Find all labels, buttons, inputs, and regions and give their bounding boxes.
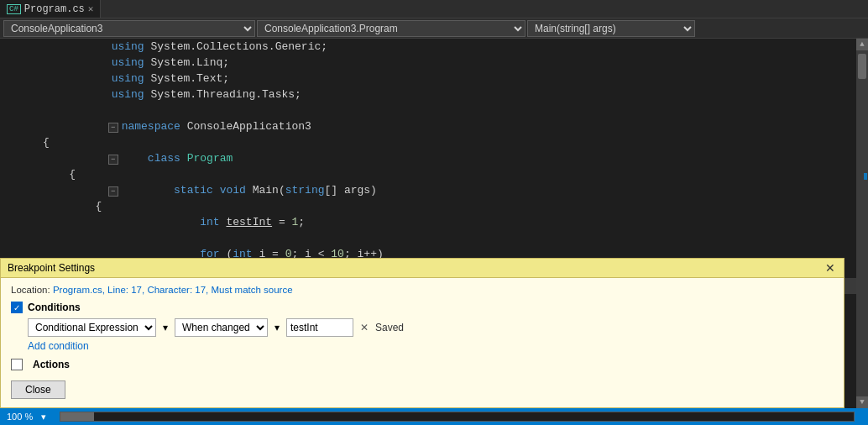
- program-cs-tab[interactable]: C# Program.cs ✕: [0, 0, 101, 18]
- bp-conditions-section: Conditions Conditional Expression Hit Co…: [11, 302, 834, 352]
- bp-close-button[interactable]: Close: [11, 380, 65, 399]
- condition-value-input[interactable]: [286, 318, 353, 337]
- condition-when-dropdown[interactable]: When changed Is true Is false: [175, 318, 268, 337]
- code-line-8: − class Program: [0, 150, 856, 166]
- bp-settings-body: Location: Program.cs, Line: 17, Characte…: [1, 278, 844, 407]
- condition-type-dropdown[interactable]: Conditional Expression Hit Count Filter: [28, 318, 156, 337]
- horizontal-scrollbar[interactable]: [60, 412, 855, 422]
- horizontal-scroll-thumb[interactable]: [60, 412, 94, 421]
- condition-saved-label: Saved: [375, 322, 404, 333]
- bp-settings-title: Breakpoint Settings: [8, 262, 95, 274]
- bp-conditions-header: Conditions: [11, 302, 834, 313]
- code-line-12: int testInt = 1;: [0, 214, 856, 230]
- bp-settings-close-button[interactable]: ✕: [824, 261, 837, 275]
- scroll-indicator: [864, 173, 867, 180]
- zoom-level: 100 %: [7, 412, 33, 422]
- bp-location-label: Location:: [11, 285, 50, 295]
- actions-checkbox[interactable]: [11, 359, 23, 370]
- conditions-label: Conditions: [28, 302, 81, 313]
- namespace-dropdown[interactable]: ConsoleApplication3: [3, 20, 255, 37]
- scroll-thumb[interactable]: [858, 54, 866, 79]
- code-line-6: − namespace ConsoleApplication3: [0, 118, 856, 134]
- code-line-4: using System.Threading.Tasks;: [0, 87, 856, 102]
- member-dropdown[interactable]: Main(string[] args): [527, 20, 695, 37]
- add-condition-link[interactable]: Add condition: [28, 340, 834, 352]
- bp-actions-header: Actions: [11, 359, 834, 370]
- editor-main[interactable]: using System.Collections.Generic; using …: [0, 39, 856, 408]
- zoom-dropdown-arrow[interactable]: ▾: [41, 412, 46, 422]
- bp-settings-header: Breakpoint Settings ✕: [1, 259, 844, 278]
- cs-icon: C#: [7, 4, 21, 14]
- tab-label: Program.cs: [24, 3, 85, 15]
- toolbar: ConsoleApplication3 ConsoleApplication3.…: [0, 18, 868, 39]
- bp-actions-section: Actions: [11, 359, 834, 370]
- scroll-up-button[interactable]: ▲: [856, 39, 868, 50]
- tab-close-button[interactable]: ✕: [88, 3, 94, 14]
- vertical-scrollbar[interactable]: ▲ ▼: [856, 39, 868, 408]
- bp-location: Location: Program.cs, Line: 17, Characte…: [11, 285, 834, 295]
- breakpoint-settings-panel: Breakpoint Settings ✕ Location: Program.…: [0, 258, 844, 408]
- actions-label: Actions: [33, 359, 70, 370]
- condition-remove-button[interactable]: ✕: [360, 322, 369, 333]
- editor-container: using System.Collections.Generic; using …: [0, 39, 868, 408]
- scroll-down-button[interactable]: ▼: [856, 396, 868, 408]
- conditions-checkbox[interactable]: [11, 302, 23, 313]
- bp-location-value[interactable]: Program.cs, Line: 17, Character: 17, Mus…: [53, 285, 293, 295]
- tab-bar: C# Program.cs ✕: [0, 0, 868, 18]
- status-bar: 100 % ▾: [0, 408, 868, 425]
- code-line-10: − static void Main(string[] args): [0, 182, 856, 198]
- condition-row: Conditional Expression Hit Count Filter …: [28, 318, 834, 337]
- class-dropdown[interactable]: ConsoleApplication3.Program: [257, 20, 526, 37]
